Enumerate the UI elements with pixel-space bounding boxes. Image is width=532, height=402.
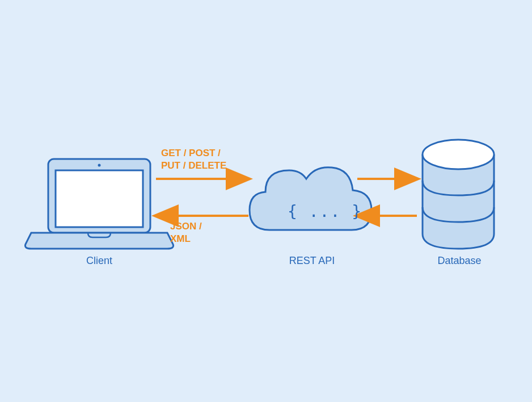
- diagram-svg: [0, 0, 532, 402]
- response-label: JSON / XML: [170, 220, 202, 245]
- request-label: GET / POST / PUT / DELETE: [161, 147, 226, 172]
- svg-point-2: [98, 164, 101, 167]
- svg-point-4: [423, 140, 494, 169]
- response-label-line1: JSON /: [170, 221, 202, 232]
- svg-rect-3: [56, 170, 143, 227]
- database-icon: [423, 140, 494, 249]
- laptop-icon: [25, 159, 173, 249]
- database-label: Database: [431, 255, 488, 267]
- request-label-line2: PUT / DELETE: [161, 160, 226, 171]
- request-label-line1: GET / POST /: [161, 148, 221, 158]
- response-label-line2: XML: [170, 233, 191, 244]
- api-label: REST API: [284, 255, 340, 267]
- cloud-braces: { ... }: [288, 202, 362, 221]
- rest-api-diagram: { ... } GET / POST / PUT / DELETE JSON /…: [0, 0, 532, 402]
- client-label: Client: [74, 255, 125, 267]
